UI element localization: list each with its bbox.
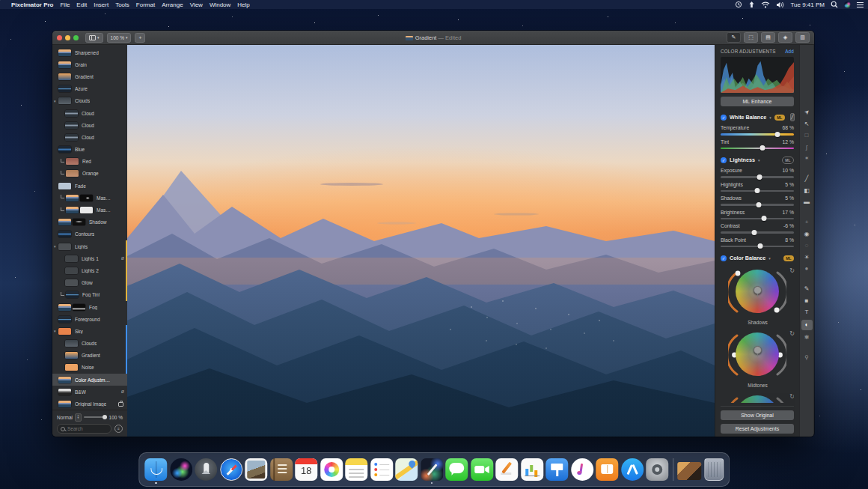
lightness-section-header[interactable]: ✓ Lightness▾ ML — [721, 156, 794, 164]
slider-thumb[interactable] — [775, 132, 780, 137]
slider-thumb[interactable] — [752, 230, 757, 235]
crop-button[interactable]: ⬚ — [744, 32, 758, 43]
show-original-button[interactable]: Show Original — [721, 410, 794, 420]
layer-row-contours[interactable]: Contours — [52, 228, 127, 240]
layer-row-mask-2[interactable]: Mas… — [52, 204, 127, 216]
add-layer-button[interactable]: + — [135, 33, 145, 43]
opacity-slider-thumb[interactable] — [103, 415, 107, 419]
color-button[interactable]: ◈ — [778, 32, 792, 43]
menu-edit[interactable]: Edit — [76, 1, 87, 8]
slider-thumb[interactable] — [761, 216, 766, 221]
layer-row-original-image[interactable]: Original Image — [52, 398, 127, 410]
dock-item-app-store[interactable] — [621, 458, 644, 481]
layer-row-blue[interactable]: Blue — [52, 144, 127, 156]
ml-badge[interactable]: ML — [783, 255, 794, 261]
title-bar[interactable]: ▾ 100 %▾ + Gradient — Edited ✎ ⬚ ▤ ◈ ▥ — [52, 31, 814, 45]
dock-item-pages[interactable] — [495, 458, 518, 481]
layer-row-clouds-2[interactable]: Clouds — [52, 338, 127, 350]
color-adjustments-tool[interactable]: ◐ — [801, 320, 813, 330]
dock-item-trash[interactable] — [704, 458, 724, 481]
ml-enhance-button[interactable]: ML Enhance — [721, 97, 794, 106]
dock-item-system-preferences[interactable] — [646, 458, 668, 481]
type-tool[interactable]: T — [802, 308, 812, 316]
menu-view[interactable]: View — [190, 1, 203, 8]
fullscreen-button[interactable] — [73, 35, 79, 40]
layer-group-lights[interactable]: ▾Lights — [52, 240, 127, 252]
blend-mode-stepper[interactable]: ▴▾ — [75, 413, 82, 422]
reset-wheel-icon[interactable]: ↻ — [789, 331, 795, 337]
dock-item-facetime[interactable] — [471, 458, 493, 481]
hidden-eye-icon[interactable]: ø — [121, 256, 124, 261]
layout-button[interactable]: ▥ — [795, 32, 810, 43]
menu-file[interactable]: File — [60, 1, 70, 8]
layer-row-noise[interactable]: Noise — [52, 362, 127, 374]
menu-format[interactable]: Format — [136, 1, 155, 8]
color-wheel-puck[interactable] — [754, 286, 762, 294]
color-wheel-puck[interactable] — [754, 346, 762, 354]
ml-badge[interactable]: ML — [782, 157, 794, 164]
free-select-tool[interactable]: ʃ — [802, 143, 812, 151]
arrange-tool[interactable]: ➤ — [801, 106, 813, 118]
layer-row-gradient-2[interactable]: Gradient — [52, 350, 127, 362]
dock-item-contacts[interactable] — [270, 458, 293, 481]
white-balance-checkbox[interactable]: ✓ — [721, 115, 727, 121]
shadows-color-wheel[interactable]: ↻ Shadows — [721, 267, 795, 325]
layer-row-fog-tint[interactable]: Fog Tint — [52, 289, 127, 301]
fill-tool[interactable]: ◧ — [802, 186, 812, 195]
highlights-slider[interactable] — [721, 190, 794, 192]
minimize-button[interactable] — [65, 35, 70, 40]
layer-group-sky[interactable]: ▾Sky — [52, 325, 127, 337]
dock-item-notes[interactable] — [345, 458, 367, 481]
time-machine-icon[interactable] — [735, 1, 742, 8]
shape-tool[interactable]: ■ — [802, 297, 812, 305]
slider-thumb[interactable] — [760, 145, 765, 151]
temperature-slider[interactable] — [721, 133, 794, 136]
layer-group-clouds[interactable]: ▾Clouds — [52, 95, 127, 107]
layer-row-fog[interactable]: Fog — [52, 301, 127, 313]
canvas-image[interactable] — [127, 45, 715, 437]
highlights-color-wheel-partial[interactable]: ↻ — [721, 392, 794, 403]
layer-row-glow[interactable]: Glow — [52, 277, 127, 289]
notification-center-icon[interactable] — [857, 2, 864, 7]
soften-tool[interactable]: ◌ — [802, 241, 812, 249]
effects-tool[interactable]: ✱ — [802, 333, 812, 341]
rect-select-tool[interactable]: □ — [802, 131, 812, 139]
menu-insert[interactable]: Insert — [94, 1, 109, 8]
layer-row-cloud-3[interactable]: Cloud — [52, 131, 127, 143]
eyedropper-button[interactable]: ╱ — [790, 113, 795, 121]
slider-thumb[interactable] — [756, 202, 761, 207]
dock-item-reminders[interactable] — [370, 458, 393, 481]
layer-row-shadow[interactable]: Shadow — [52, 216, 127, 228]
dock-item-finder[interactable] — [144, 458, 167, 481]
layer-filter-button[interactable]: ≡ — [114, 425, 123, 433]
menu-clock[interactable]: Tue 9:41 PM — [790, 1, 825, 8]
dock-item-photos[interactable] — [320, 458, 343, 481]
layer-row-fade[interactable]: Fade — [52, 180, 127, 192]
lightness-checkbox[interactable]: ✓ — [721, 157, 727, 163]
tint-slider[interactable] — [721, 148, 794, 150]
menu-tools[interactable]: Tools — [115, 1, 129, 8]
layer-row-color-adjustments[interactable]: Color Adjustm… — [52, 374, 127, 386]
siri-icon[interactable] — [844, 1, 851, 8]
zoom-dropdown[interactable]: 100 %▾ — [107, 33, 132, 43]
slider-thumb[interactable] — [755, 188, 760, 193]
clone-tool[interactable]: ◉ — [802, 230, 812, 238]
move-tool[interactable]: ↖ — [802, 120, 812, 128]
view-options-button[interactable]: ▾ — [85, 33, 103, 43]
spotlight-icon[interactable] — [831, 1, 838, 8]
menu-arrange[interactable]: Arrange — [162, 1, 183, 8]
reset-adjustments-button[interactable]: Reset Adjustments — [721, 424, 794, 434]
midtones-color-wheel[interactable]: ↻ Midtones — [721, 329, 795, 388]
dock-item-numbers[interactable] — [521, 458, 543, 481]
pencil-tool[interactable]: ╱ — [802, 174, 812, 183]
layer-search-field[interactable] — [57, 424, 111, 434]
edit-tools-button[interactable]: ✎ — [727, 32, 741, 43]
color-balance-checkbox[interactable]: ✓ — [721, 255, 727, 261]
dodge-tool[interactable]: ☀ — [802, 253, 812, 261]
color-balance-section-header[interactable]: ✓ Color Balance▾ ML — [721, 254, 794, 262]
dock-item-maps[interactable] — [395, 458, 418, 481]
dock-item-safari[interactable] — [220, 458, 242, 481]
eraser-tool[interactable]: ▬ — [802, 198, 812, 206]
add-adjustment-button[interactable]: Add — [785, 49, 794, 54]
layer-row-lights-2[interactable]: Lights 2 — [52, 264, 127, 276]
